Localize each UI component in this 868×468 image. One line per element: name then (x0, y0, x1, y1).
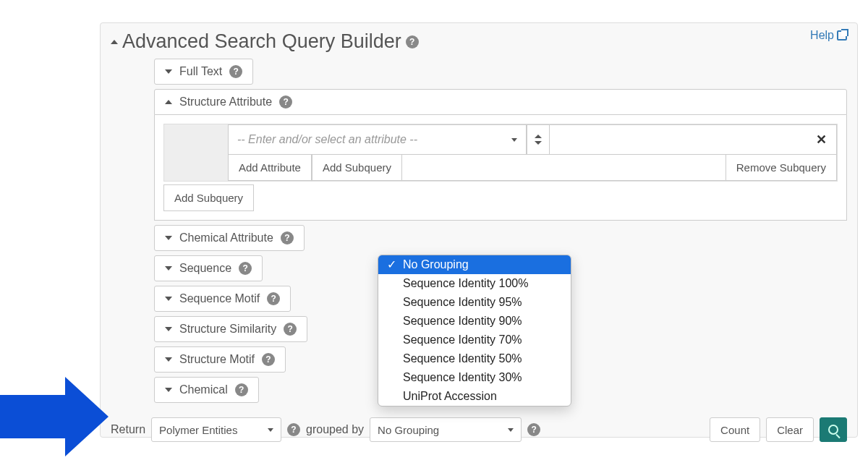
button-label: Add Attribute (239, 161, 301, 174)
section-label: Sequence (179, 262, 231, 275)
structure-attribute-body: -- Enter and/or select an attribute -- ✕ (154, 115, 847, 221)
section-structure-similarity[interactable]: Structure Similarity ? (154, 316, 307, 342)
help-icon[interactable]: ? (267, 292, 280, 305)
help-icon[interactable]: ? (284, 323, 297, 336)
help-icon[interactable]: ? (406, 35, 419, 48)
page-title: Advanced Search Query Builder (122, 30, 401, 53)
spacer (402, 155, 726, 181)
chevron-down-icon (165, 236, 172, 240)
grouping-option[interactable]: Sequence Identity 50% (378, 349, 571, 368)
subquery-panel: -- Enter and/or select an attribute -- ✕ (163, 124, 838, 182)
spacer (550, 124, 807, 155)
collapse-icon[interactable] (111, 40, 118, 44)
chevron-down-icon (165, 357, 172, 362)
chevron-down-icon (165, 69, 172, 74)
help-icon[interactable]: ? (287, 423, 300, 436)
row-gutter (164, 124, 228, 155)
help-icon[interactable]: ? (229, 65, 242, 78)
chevron-down-icon (511, 138, 517, 142)
remove-subquery-button[interactable]: Remove Subquery (726, 155, 837, 181)
add-attribute-button[interactable]: Add Attribute (228, 155, 312, 181)
bottom-bar: Return Polymer Entities ? grouped by No … (111, 417, 847, 442)
section-chemical[interactable]: Chemical ? (154, 377, 259, 403)
button-label: Clear (777, 424, 803, 436)
section-label: Structure Similarity (179, 323, 276, 336)
pointer-arrow-annotation (0, 373, 109, 460)
grouping-option[interactable]: No Grouping (378, 255, 571, 274)
add-subquery-outer-button[interactable]: Add Subquery (163, 184, 254, 211)
section-structure-motif[interactable]: Structure Motif ? (154, 346, 286, 373)
grouped-by-select[interactable]: No Grouping (370, 417, 522, 442)
help-icon[interactable]: ? (235, 383, 248, 396)
panel-header: Advanced Search Query Builder ? (111, 30, 847, 53)
section-full-text[interactable]: Full Text ? (154, 59, 253, 85)
search-icon (828, 425, 838, 435)
close-icon: ✕ (816, 132, 827, 148)
clear-button[interactable]: Clear (766, 417, 814, 442)
svg-marker-0 (0, 377, 109, 456)
chevron-up-icon (165, 100, 172, 104)
return-select[interactable]: Polymer Entities (151, 417, 281, 442)
outer-actions: Add Subquery (163, 184, 838, 211)
section-label: Chemical (179, 383, 228, 396)
count-button[interactable]: Count (710, 417, 760, 442)
external-link-icon (837, 30, 847, 41)
section-sequence[interactable]: Sequence ? (154, 255, 263, 281)
help-icon[interactable]: ? (527, 423, 540, 436)
help-link-label: Help (810, 29, 834, 42)
chevron-down-icon (508, 428, 514, 432)
help-icon[interactable]: ? (281, 231, 294, 244)
grouping-option[interactable]: Sequence Identity 70% (378, 331, 571, 349)
chevron-down-icon (165, 327, 172, 331)
grouping-dropdown-popup[interactable]: No Grouping Sequence Identity 100% Seque… (378, 255, 571, 407)
button-label: Remove Subquery (736, 161, 826, 174)
help-icon[interactable]: ? (279, 95, 292, 109)
remove-attribute-button[interactable]: ✕ (807, 124, 837, 155)
grouping-option[interactable]: Sequence Identity 30% (378, 368, 571, 387)
section-label: Chemical Attribute (179, 231, 273, 244)
help-icon[interactable]: ? (239, 262, 252, 275)
chevron-down-icon (165, 266, 172, 271)
button-label: Add Subquery (174, 192, 243, 204)
help-icon[interactable]: ? (262, 353, 275, 366)
button-label: Count (720, 424, 749, 436)
chevron-down-icon (165, 297, 172, 301)
return-value: Polymer Entities (159, 424, 237, 436)
section-chemical-attribute[interactable]: Chemical Attribute ? (154, 225, 305, 251)
subquery-actions-row: Add Attribute Add Subquery Remove Subque… (164, 155, 837, 181)
attribute-sort-button[interactable] (527, 124, 550, 155)
grouping-option[interactable]: Sequence Identity 95% (378, 293, 571, 312)
grouped-by-label: grouped by (306, 423, 364, 436)
section-label: Structure Attribute (179, 95, 272, 109)
section-label: Structure Motif (179, 353, 255, 366)
help-link[interactable]: Help (810, 29, 847, 42)
grouping-option[interactable]: Sequence Identity 90% (378, 312, 571, 331)
attribute-input[interactable]: -- Enter and/or select an attribute -- (228, 124, 503, 155)
attribute-row: -- Enter and/or select an attribute -- ✕ (164, 124, 837, 155)
search-button[interactable] (820, 417, 847, 442)
section-label: Sequence Motif (179, 292, 260, 305)
grouped-by-value: No Grouping (378, 424, 439, 436)
button-label: Add Subquery (323, 161, 391, 174)
grouping-option[interactable]: UniProt Accession (378, 387, 571, 406)
add-subquery-button[interactable]: Add Subquery (312, 155, 402, 181)
grouping-option[interactable]: Sequence Identity 100% (378, 274, 571, 293)
sort-icon (535, 135, 542, 145)
section-structure-attribute[interactable]: Structure Attribute ? (154, 89, 847, 115)
chevron-down-icon (268, 428, 273, 432)
section-sequence-motif[interactable]: Sequence Motif ? (154, 286, 291, 312)
attribute-dropdown-button[interactable] (503, 124, 527, 155)
return-label: Return (111, 423, 145, 436)
chevron-down-icon (165, 388, 172, 392)
attribute-placeholder: -- Enter and/or select an attribute -- (237, 133, 417, 146)
section-label: Full Text (179, 65, 222, 78)
row-gutter (164, 155, 228, 181)
